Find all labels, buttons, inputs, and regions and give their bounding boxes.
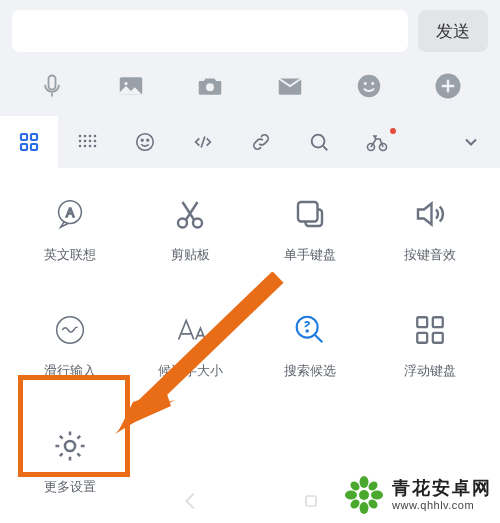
svg-point-15 — [89, 135, 92, 138]
cell-label: 搜索候选 — [284, 362, 336, 380]
svg-rect-42 — [433, 333, 443, 343]
svg-point-5 — [358, 75, 381, 98]
svg-point-16 — [94, 135, 97, 138]
svg-rect-35 — [298, 202, 318, 222]
svg-point-21 — [79, 145, 82, 148]
svg-point-43 — [65, 441, 75, 451]
scissors-icon — [168, 192, 212, 236]
svg-point-2 — [124, 82, 127, 85]
tab-emoji[interactable] — [116, 116, 174, 168]
svg-point-50 — [360, 502, 369, 514]
svg-point-55 — [349, 498, 362, 511]
cell-label: 按键音效 — [404, 246, 456, 264]
svg-point-17 — [79, 140, 82, 143]
message-input[interactable] — [12, 10, 408, 52]
cell-label: 更多设置 — [44, 478, 96, 496]
svg-point-22 — [84, 145, 87, 148]
svg-rect-12 — [31, 144, 37, 150]
cell-candidate-size[interactable]: 候选字大小 — [130, 302, 250, 392]
svg-point-14 — [84, 135, 87, 138]
cell-label: 剪贴板 — [171, 246, 210, 264]
svg-rect-10 — [31, 134, 37, 140]
svg-point-27 — [147, 139, 149, 141]
camera-icon[interactable] — [194, 70, 226, 102]
envelope-icon[interactable] — [274, 70, 306, 102]
watermark: 青花安卓网 www.qhhlv.com — [344, 475, 492, 515]
cell-label: 滑行输入 — [44, 362, 96, 380]
tab-apps[interactable] — [0, 116, 58, 168]
svg-point-49 — [360, 476, 369, 488]
tab-code[interactable] — [174, 116, 232, 168]
svg-point-7 — [371, 82, 374, 85]
brand-domain: www.qhhlv.com — [392, 499, 492, 511]
svg-point-48 — [359, 490, 369, 500]
svg-point-37 — [297, 317, 318, 338]
svg-rect-0 — [48, 76, 55, 90]
cell-more-settings[interactable]: 更多设置 — [10, 418, 130, 508]
cell-english-suggest[interactable]: A 英文联想 — [10, 186, 130, 276]
svg-point-18 — [84, 140, 87, 143]
svg-point-19 — [89, 140, 92, 143]
svg-point-38 — [306, 330, 308, 332]
send-button[interactable]: 发送 — [418, 10, 488, 52]
cell-key-sound[interactable]: 按键音效 — [370, 186, 490, 276]
svg-point-36 — [57, 317, 84, 344]
a-bubble-icon: A — [48, 192, 92, 236]
speaker-icon — [408, 192, 452, 236]
cell-onehand-keyboard[interactable]: 单手键盘 — [250, 186, 370, 276]
notification-dot — [390, 128, 396, 134]
svg-point-24 — [94, 145, 97, 148]
svg-rect-40 — [433, 317, 443, 327]
cell-label: 英文联想 — [44, 246, 96, 264]
image-icon[interactable] — [115, 70, 147, 102]
svg-point-26 — [141, 139, 143, 141]
svg-point-13 — [79, 135, 82, 138]
gear-icon — [48, 424, 92, 468]
svg-point-54 — [367, 480, 380, 493]
svg-rect-41 — [417, 333, 427, 343]
tab-link[interactable] — [232, 116, 290, 168]
voice-icon[interactable] — [36, 70, 68, 102]
four-squares-icon — [408, 308, 452, 352]
svg-point-53 — [349, 480, 362, 493]
cell-label: 候选字大小 — [158, 362, 223, 380]
logo-icon — [344, 475, 384, 515]
cell-search-candidate[interactable]: 搜索候选 — [250, 302, 370, 392]
tab-bike[interactable] — [348, 116, 406, 168]
plus-icon[interactable] — [432, 70, 464, 102]
svg-point-52 — [371, 491, 383, 500]
svg-point-6 — [364, 82, 367, 85]
svg-rect-11 — [21, 144, 27, 150]
svg-point-28 — [312, 135, 325, 148]
chevron-down-icon[interactable] — [450, 116, 492, 168]
svg-point-3 — [206, 83, 214, 91]
svg-point-25 — [137, 134, 154, 151]
cell-label: 单手键盘 — [284, 246, 336, 264]
svg-rect-9 — [21, 134, 27, 140]
brand-name: 青花安卓网 — [392, 479, 492, 499]
cell-label: 浮动键盘 — [404, 362, 456, 380]
cell-glide-input[interactable]: 滑行输入 — [10, 302, 130, 392]
overlap-square-icon — [288, 192, 332, 236]
font-size-icon — [168, 308, 212, 352]
tab-keypad[interactable] — [58, 116, 116, 168]
tab-search[interactable] — [290, 116, 348, 168]
svg-text:A: A — [66, 206, 75, 220]
smiley-icon[interactable] — [353, 70, 385, 102]
cell-float-keyboard[interactable]: 浮动键盘 — [370, 302, 490, 392]
svg-point-20 — [94, 140, 97, 143]
svg-point-51 — [345, 491, 357, 500]
svg-point-56 — [367, 498, 380, 511]
magnify-q-icon — [288, 308, 332, 352]
svg-rect-39 — [417, 317, 427, 327]
wave-circle-icon — [48, 308, 92, 352]
cell-clipboard[interactable]: 剪贴板 — [130, 186, 250, 276]
svg-point-23 — [89, 145, 92, 148]
